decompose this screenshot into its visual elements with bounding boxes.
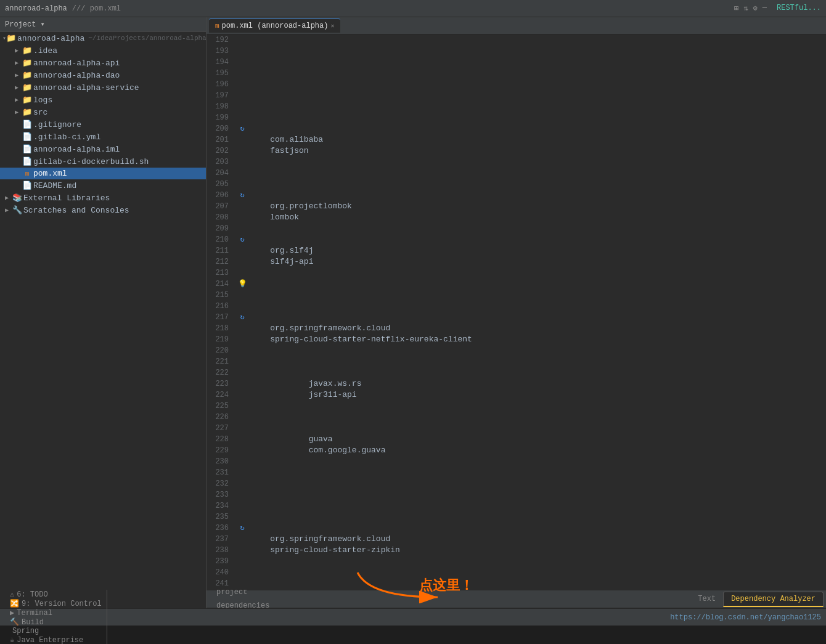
- minimize-icon[interactable]: ─: [763, 4, 767, 13]
- line-content: [248, 46, 826, 57]
- file-icon: 📄: [22, 181, 32, 190]
- line-gutter: [236, 534, 248, 545]
- line-content: javax.ws.rs: [248, 378, 826, 389]
- line-gutter: [236, 356, 248, 367]
- status-item-java-enterprise[interactable]: ☕ Java Enterprise: [5, 635, 107, 644]
- code-line: 197: [206, 90, 826, 101]
- code-line: 219 spring-cloud-starter-netflix-eureka-…: [206, 334, 826, 345]
- line-gutter: [236, 367, 248, 378]
- line-gutter: [236, 145, 248, 157]
- line-gutter: [236, 334, 248, 345]
- status-icon: 🔨: [10, 618, 19, 627]
- line-number: 201: [206, 134, 236, 145]
- bulb-icon: 💡: [238, 279, 247, 290]
- sidebar-item-dao[interactable]: ▶ 📁 annoroad-alpha-dao: [0, 69, 206, 81]
- sidebar-item-readme[interactable]: 📄 README.md: [0, 179, 206, 192]
- sidebar-item-scratches[interactable]: ▶ 🔧 Scratches and Consoles: [0, 204, 206, 216]
- line-gutter: [236, 290, 248, 301]
- line-gutter: [236, 134, 248, 145]
- project-label: annoroad-alpha: [5, 4, 67, 13]
- line-number: 200: [206, 123, 236, 134]
- tree-label: .gitignore: [33, 120, 81, 129]
- line-gutter: [236, 267, 248, 279]
- code-line: 192: [206, 35, 826, 46]
- sidebar-item-idea[interactable]: ▶ 📁 .idea: [0, 44, 206, 57]
- xml-content: [251, 423, 289, 433]
- sidebar-item-api[interactable]: ▶ 📁 annoroad-alpha-api: [0, 57, 206, 69]
- line-gutter: [236, 378, 248, 389]
- line-number: 214: [206, 279, 236, 290]
- line-gutter: [236, 256, 248, 267]
- status-item-9:-version-control[interactable]: 🔀 9: Version Control: [5, 599, 107, 608]
- status-item-build[interactable]: 🔨 Build: [5, 618, 107, 627]
- refresh-icon: ↻: [240, 123, 244, 134]
- iml-icon: 📄: [22, 144, 32, 154]
- sidebar-item-annoroad-alpha[interactable]: ▾ 📁 annoroad-alpha ~/IdeaProjects/annoro…: [0, 32, 206, 44]
- code-line: 234: [206, 500, 826, 512]
- tree-arrow: ▶: [15, 47, 22, 54]
- status-label: Terminal: [17, 609, 52, 618]
- dependency-analyzer-tab[interactable]: Dependency Analyzer: [723, 592, 824, 607]
- code-line: 208 lombok: [206, 212, 826, 223]
- code-line: 225: [206, 401, 826, 412]
- line-number: 210: [206, 234, 236, 245]
- tab-close[interactable]: ✕: [330, 22, 334, 30]
- line-content: [248, 567, 826, 578]
- split-icon[interactable]: ⇅: [743, 4, 748, 13]
- file-icon: 📄: [22, 120, 32, 129]
- line-number: 194: [206, 57, 236, 68]
- bottom-file-tab-dependencies[interactable]: dependencies: [209, 599, 277, 608]
- project-dropdown[interactable]: Project ▾: [5, 20, 45, 29]
- status-label: Java Enterprise: [17, 636, 83, 645]
- xml-content: slf4j-api: [251, 257, 313, 266]
- sidebar-item-gitlab-ci[interactable]: 📄 .gitlab-ci.yml: [0, 131, 206, 143]
- line-number: 207: [206, 201, 236, 212]
- line-number: 240: [206, 567, 236, 578]
- line-content: [248, 79, 826, 90]
- line-content: fastjson: [248, 145, 826, 157]
- xml-content: com.google.guava: [251, 446, 385, 455]
- text-tab[interactable]: Text: [692, 592, 722, 606]
- line-number: 230: [206, 456, 236, 467]
- settings-icon[interactable]: ⚙: [753, 4, 758, 13]
- code-editor[interactable]: 192 193 194 195 196 197 198 199 200 ↻ 20…: [206, 35, 826, 590]
- line-content: [248, 57, 826, 68]
- tree-arrow: ▶: [15, 71, 22, 79]
- tree-arrow: ▶: [15, 96, 22, 104]
- restful-label: RESTful...: [777, 4, 821, 13]
- sidebar-header[interactable]: Project ▾: [0, 17, 206, 32]
- sidebar-item-gitignore[interactable]: 📄 .gitignore: [0, 118, 206, 131]
- tab-label: pom.xml (annoroad-alpha): [222, 22, 329, 30]
- code-line: 206 ↻: [206, 190, 826, 201]
- line-gutter: [236, 68, 248, 79]
- module-icon: 📁: [22, 83, 32, 92]
- website-link: https://blog.csdn.net/yangchao1125: [670, 613, 821, 622]
- sidebar-item-src[interactable]: ▶ 📁 src: [0, 106, 206, 118]
- tree-label: annoroad-alpha-api: [33, 59, 120, 68]
- line-gutter: [236, 157, 248, 168]
- line-gutter: [236, 500, 248, 512]
- code-line: 216: [206, 301, 826, 312]
- sidebar-item-pom[interactable]: m pom.xml: [0, 168, 206, 179]
- line-content: [248, 279, 826, 290]
- status-item-terminal[interactable]: ▶ Terminal: [5, 608, 107, 618]
- status-item-6:-todo[interactable]: ⚠ 6: TODO: [5, 590, 107, 599]
- line-content: [248, 467, 826, 478]
- sidebar-item-external-libs[interactable]: ▶ 📚 External Libraries: [0, 192, 206, 204]
- layout-icon[interactable]: ⊞: [734, 4, 738, 13]
- sidebar-item-service[interactable]: ▶ 📁 annoroad-alpha-service: [0, 81, 206, 94]
- editor-tabs-container: m pom.xml (annoroad-alpha) ✕: [209, 18, 340, 33]
- line-content: [248, 168, 826, 179]
- sidebar-item-gitlab-docker[interactable]: 📄 gitlab-ci-dockerbuild.sh: [0, 155, 206, 168]
- refresh-icon: ↻: [240, 523, 244, 534]
- line-content: [248, 556, 826, 567]
- line-gutter: [236, 168, 248, 179]
- sidebar-item-annoroad-iml[interactable]: 📄 annoroad-alpha.iml: [0, 143, 206, 155]
- code-line: 196: [206, 79, 826, 90]
- sidebar-item-logs[interactable]: ▶ 📁 logs: [0, 94, 206, 106]
- code-line: 240: [206, 567, 826, 578]
- line-content: org.projectlombok: [248, 201, 826, 212]
- code-lines: 192 193 194 195 196 197 198 199 200 ↻ 20…: [206, 35, 826, 590]
- editor-tab[interactable]: m pom.xml (annoroad-alpha) ✕: [209, 18, 340, 33]
- status-item-spring[interactable]: Spring: [5, 627, 107, 635]
